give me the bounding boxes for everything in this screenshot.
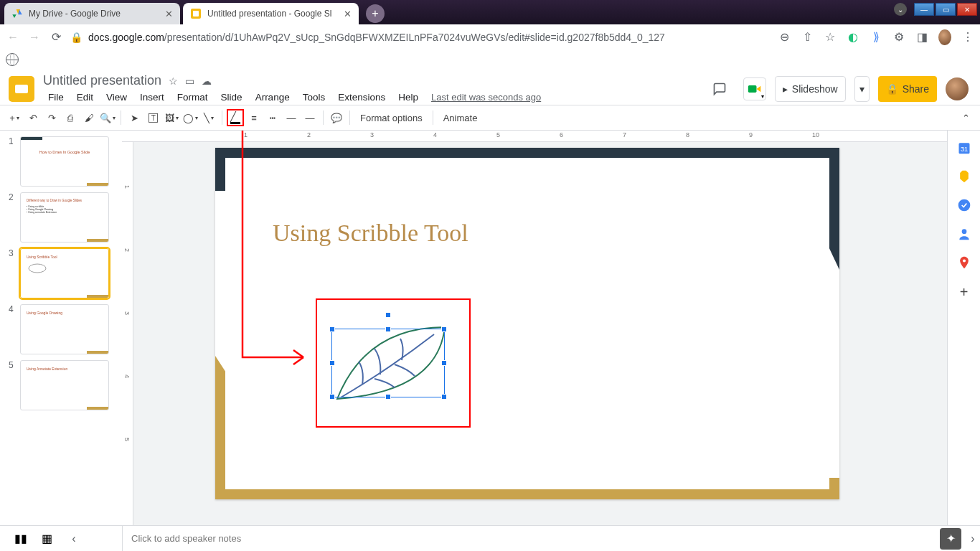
share-button[interactable]: 🔒 Share [878, 76, 937, 102]
menu-file[interactable]: File [43, 90, 69, 105]
thumb-slide-3[interactable]: Using Scribble Tool [20, 248, 109, 298]
comment-tool[interactable]: 💬 [328, 109, 345, 126]
resize-handle-se[interactable] [441, 394, 447, 400]
print-button[interactable]: ⎙ [62, 109, 79, 126]
slide-title-text[interactable]: Using Scribble Tool [273, 220, 468, 247]
calendar-icon[interactable]: 31 [957, 141, 971, 155]
forward-button[interactable]: → [27, 30, 42, 44]
undo-button[interactable]: ↶ [24, 109, 42, 126]
rotate-handle[interactable] [385, 312, 391, 318]
slides-logo-icon[interactable] [9, 76, 34, 102]
maps-icon[interactable] [957, 255, 971, 270]
keep-icon[interactable] [957, 169, 971, 184]
line-color-button[interactable]: ╱ [227, 109, 244, 126]
browser-tab-slides[interactable]: Untitled presentation - Google Sl ✕ [183, 3, 359, 24]
collapse-toolbar-button[interactable]: ⌃ [957, 109, 974, 126]
speaker-notes-input[interactable]: Click to add speaker notes [122, 526, 936, 551]
canvas[interactable]: 12345678910 12345 Using Scribble Tool [122, 131, 947, 525]
line-tool[interactable]: ╲ [200, 109, 217, 126]
zoom-button[interactable]: 🔍 [99, 109, 116, 126]
profile-avatar[interactable] [938, 31, 951, 44]
new-tab-button[interactable]: + [366, 4, 385, 23]
comments-button[interactable] [705, 76, 735, 102]
close-icon[interactable]: ✕ [165, 9, 173, 19]
resize-handle-n[interactable] [385, 326, 391, 332]
menu-view[interactable]: View [101, 90, 132, 105]
thumb-slide-4[interactable]: Using Google Drawing [20, 304, 109, 354]
thumb-slide-5[interactable]: Using Annotate Extension [20, 360, 109, 410]
back-button[interactable]: ← [6, 30, 20, 44]
filmstrip-view-button[interactable]: ▮▮ [14, 532, 27, 545]
shape-tool[interactable]: ◯ [182, 109, 199, 126]
horizontal-ruler[interactable]: 12345678910 [122, 131, 947, 142]
slideshow-button[interactable]: ▸ Slideshow [775, 76, 846, 102]
animate-button[interactable]: Animate [438, 113, 484, 123]
extension-icon[interactable]: ◐ [847, 31, 859, 44]
resize-handle-ne[interactable] [441, 326, 447, 332]
explore-button[interactable]: ✦ [940, 528, 961, 550]
globe-icon[interactable] [6, 53, 19, 66]
menu-slide[interactable]: Slide [216, 90, 248, 105]
reload-button[interactable]: ⟳ [49, 30, 63, 44]
collapse-side-panel-button[interactable]: › [966, 532, 980, 545]
account-avatar[interactable] [946, 77, 969, 100]
close-icon[interactable]: ✕ [344, 9, 352, 19]
format-options-button[interactable]: Format options [354, 113, 428, 123]
resize-handle-s[interactable] [385, 394, 391, 400]
thumb-number: 4 [9, 304, 16, 354]
url-field[interactable]: 🔒 docs.google.com/presentation/d/1UhAwPq… [70, 32, 771, 43]
line-weight-button[interactable]: ≡ [245, 109, 263, 126]
new-slide-button[interactable]: + [6, 109, 23, 126]
line-start-button[interactable]: — [283, 109, 300, 126]
menu-help[interactable]: Help [393, 90, 423, 105]
collapse-filmstrip-button[interactable]: ‹ [67, 532, 81, 545]
grid-view-button[interactable]: ▦ [42, 532, 52, 545]
selection-box[interactable] [331, 329, 445, 397]
filmstrip[interactable]: 1How to Draw In Google Slide 2Different … [0, 131, 122, 525]
share-label: Share [903, 83, 929, 95]
cast-icon[interactable]: ⟫ [870, 31, 882, 44]
cloud-icon[interactable]: ☁ [202, 75, 212, 87]
resize-handle-e[interactable] [441, 360, 447, 366]
menu-edit[interactable]: Edit [72, 90, 98, 105]
star-icon[interactable]: ☆ [824, 31, 837, 44]
thumb-slide-2[interactable]: Different way to Draw in Google Slides• … [20, 192, 109, 242]
tasks-icon[interactable] [957, 198, 971, 212]
kebab-icon[interactable]: ⋮ [961, 31, 974, 44]
resize-handle-w[interactable] [329, 360, 335, 366]
textbox-tool[interactable]: 🅃 [144, 109, 161, 126]
thumb-slide-1[interactable]: How to Draw In Google Slide [20, 136, 109, 187]
add-addon-button[interactable]: + [960, 284, 969, 301]
share-page-icon[interactable]: ⇧ [801, 31, 814, 44]
redo-button[interactable]: ↷ [43, 109, 60, 126]
vertical-ruler[interactable]: 12345 [122, 142, 133, 525]
menu-insert[interactable]: Insert [135, 90, 169, 105]
chevron-down-icon[interactable]: ⌄ [894, 3, 907, 16]
menu-tools[interactable]: Tools [298, 90, 331, 105]
doc-title[interactable]: Untitled presentation [43, 73, 161, 88]
maximize-button[interactable]: ▭ [936, 3, 956, 16]
extensions-icon[interactable]: ⚙ [892, 31, 905, 44]
move-icon[interactable]: ▭ [185, 75, 194, 87]
resize-handle-nw[interactable] [329, 326, 335, 332]
zoom-icon[interactable]: ⊖ [778, 31, 791, 44]
side-panel-icon[interactable]: ◨ [915, 31, 928, 44]
meet-button[interactable]: ▾ [743, 77, 766, 100]
minimize-button[interactable]: — [914, 3, 934, 16]
star-outline-icon[interactable]: ☆ [169, 75, 178, 87]
menu-arrange[interactable]: Arrange [250, 90, 295, 105]
slideshow-dropdown[interactable]: ▾ [854, 76, 870, 102]
contacts-icon[interactable] [957, 227, 971, 241]
paint-format-button[interactable]: 🖌 [80, 109, 98, 126]
resize-handle-sw[interactable] [329, 394, 335, 400]
line-dash-button[interactable]: ┅ [264, 109, 281, 126]
menu-extensions[interactable]: Extensions [333, 90, 390, 105]
menu-format[interactable]: Format [172, 90, 213, 105]
image-tool[interactable]: 🖼 [163, 109, 180, 126]
window-close-button[interactable]: ✕ [957, 3, 977, 16]
select-tool[interactable]: ➤ [126, 109, 143, 126]
slide-editor[interactable]: Using Scribble Tool [215, 148, 839, 499]
line-end-button[interactable]: — [301, 109, 319, 126]
browser-tab-drive[interactable]: My Drive - Google Drive ✕ [4, 3, 180, 24]
last-edit-link[interactable]: Last edit was seconds ago [426, 90, 546, 105]
